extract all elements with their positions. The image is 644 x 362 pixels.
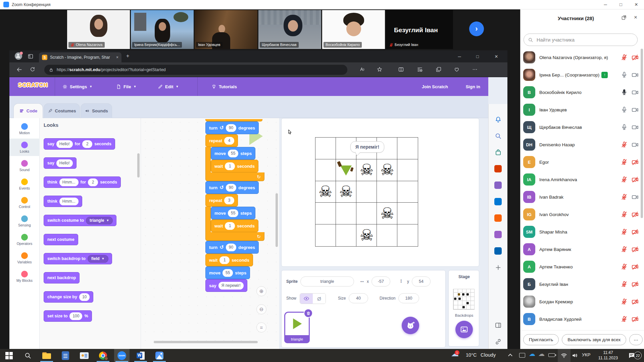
volume-icon[interactable]: [571, 352, 578, 359]
script-block[interactable]: wait1seconds: [205, 254, 253, 266]
sprite-thumbnail[interactable]: triangle: [284, 312, 310, 343]
palette-block[interactable]: switch costume totriangle ▼: [44, 215, 116, 226]
script-block[interactable]: turn↺90degrees: [205, 241, 259, 254]
browser-menu-icon[interactable]: [472, 66, 478, 72]
zoom-out-button[interactable]: ⊖: [256, 304, 266, 314]
script-block[interactable]: sayЯ переміг!: [205, 279, 247, 292]
taskbar-zoom-icon[interactable]: zoom: [114, 349, 130, 362]
participant-row[interactable]: AАртем Ткаченко: [523, 258, 639, 275]
address-bar[interactable]: https://scratch.mit.edu/projects/editor/…: [44, 65, 347, 75]
collections-icon[interactable]: [436, 66, 442, 72]
mic-off-icon[interactable]: [621, 211, 628, 218]
block-dropdown[interactable]: field ▼: [88, 255, 108, 263]
palette-block[interactable]: thinkHmm...: [44, 196, 82, 207]
block-number-input[interactable]: 2: [82, 140, 92, 148]
popout-icon[interactable]: [621, 15, 627, 20]
taskbar-search-icon[interactable]: [20, 349, 36, 362]
camera-on-icon[interactable]: [632, 124, 639, 131]
sidebar-bell-icon[interactable]: [493, 115, 503, 124]
next-videos-button[interactable]: ›: [469, 21, 484, 36]
sidebar-panel-icon[interactable]: [493, 320, 503, 330]
palette-block[interactable]: sayHello!: [44, 157, 77, 169]
back-icon[interactable]: [16, 66, 22, 73]
sidebar-category-operators[interactable]: Operators: [9, 231, 40, 248]
weather-temp[interactable]: 10°C: [466, 352, 477, 358]
taskbar-word-icon[interactable]: W: [133, 349, 148, 362]
zoom-reset-button[interactable]: =: [256, 322, 266, 332]
delete-sprite-button[interactable]: [304, 309, 313, 318]
participant-row[interactable]: Богдан Кремзер: [523, 293, 639, 310]
script-vscrollbar[interactable]: [276, 193, 278, 247]
script-block[interactable]: wait1seconds: [211, 219, 258, 232]
skull-sprite[interactable]: ☠: [318, 184, 332, 199]
block-text-input[interactable]: Hello!: [56, 159, 73, 167]
camera-on-icon[interactable]: [632, 106, 639, 113]
taskbar-photos-icon[interactable]: [152, 349, 167, 362]
video-tile[interactable]: Ірина Берник(Кардіффсь...: [131, 10, 194, 49]
settings-menu[interactable]: Settings▼: [59, 77, 96, 96]
video-tile[interactable]: Щербаков Вячеслав: [258, 10, 321, 49]
block-number-input[interactable]: 4: [224, 137, 234, 145]
palette-block[interactable]: next backdrop: [44, 272, 80, 283]
camera-off-icon[interactable]: [632, 228, 639, 236]
sign-in-link[interactable]: Sign in: [462, 77, 484, 96]
block-number-input[interactable]: 90: [226, 244, 236, 251]
block-text-input[interactable]: Я переміг!: [218, 282, 244, 290]
mic-off-icon[interactable]: [621, 246, 628, 253]
sidebar-category-looks[interactable]: Looks: [9, 139, 40, 156]
battery-icon[interactable]: [548, 353, 555, 357]
participant-row[interactable]: Olena Nazarova (Организатор, я): [523, 49, 639, 66]
video-tile[interactable]: Olena Nazarova: [67, 10, 130, 49]
camera-on-icon[interactable]: [632, 194, 639, 201]
camera-on-icon[interactable]: [632, 89, 639, 96]
repeat-block-header[interactable]: repeat3: [205, 194, 238, 207]
vertical-tabs-icon[interactable]: [28, 53, 34, 59]
participant-row[interactable]: ББезуглий Іван: [523, 275, 639, 293]
maximize-button[interactable]: □: [613, 0, 629, 9]
participants-scrollbar[interactable]: [641, 49, 643, 218]
skull-sprite[interactable]: ☠: [380, 162, 394, 177]
mic-off-icon[interactable]: [621, 316, 628, 322]
repeat-block-footer[interactable]: ↻: [205, 232, 264, 241]
block-number-input[interactable]: 1: [225, 222, 235, 230]
close-button[interactable]: ✕: [629, 0, 644, 9]
sprite-x-input[interactable]: [371, 276, 390, 287]
block-number-input[interactable]: 10: [79, 293, 90, 301]
browser-close-button[interactable]: ✕: [489, 50, 504, 62]
mic-off-icon[interactable]: [621, 298, 628, 305]
language-indicator[interactable]: УКР: [582, 352, 590, 357]
sidebar-games-icon[interactable]: [493, 246, 503, 256]
stage-backdrop-panel[interactable]: Stage Backdrops: [448, 270, 479, 347]
invite-button[interactable]: Пригласить: [523, 334, 559, 345]
taskbar-calculator-icon[interactable]: [58, 349, 73, 362]
camera-off-icon[interactable]: [632, 159, 639, 166]
weather-condition[interactable]: Cloudy: [481, 352, 496, 358]
favorites-bar-icon[interactable]: [417, 66, 423, 72]
sidebar-category-sound[interactable]: Sound: [9, 157, 40, 174]
palette-block[interactable]: next costume: [44, 234, 78, 245]
sidebar-office-icon[interactable]: [493, 164, 503, 173]
script-block[interactable]: move55steps: [205, 266, 250, 279]
sidebar-search-icon[interactable]: [493, 131, 503, 141]
sprite-name-input[interactable]: [300, 276, 354, 287]
sidebar-category-my-blocks[interactable]: My Blocks: [9, 268, 40, 285]
reload-icon[interactable]: [30, 66, 36, 72]
block-number-input[interactable]: 2: [88, 178, 98, 186]
participant-row[interactable]: AАртем Варяник: [523, 241, 639, 258]
skull-sprite[interactable]: ☠: [339, 184, 353, 199]
block-number-input[interactable]: 100: [69, 312, 82, 320]
camera-off-icon[interactable]: [632, 263, 639, 270]
participant-row[interactable]: IGIvan Gorokhov: [523, 206, 639, 223]
taskbar-presentation-icon[interactable]: [77, 349, 92, 362]
backdrop-thumbnail[interactable]: [453, 289, 475, 310]
scratch-logo[interactable]: SCRATCH: [18, 82, 48, 89]
minimize-button[interactable]: ─: [598, 0, 613, 9]
mic-on-icon[interactable]: [621, 124, 628, 131]
zoom-in-button[interactable]: ⊕: [256, 286, 266, 296]
block-text-input[interactable]: Hmm...: [59, 178, 79, 186]
mic-off-icon[interactable]: [621, 281, 628, 288]
mic-on-icon[interactable]: [621, 106, 628, 113]
hide-sprite-button[interactable]: Ø: [313, 294, 326, 304]
mic-off-icon[interactable]: [621, 176, 628, 183]
repeat-block-footer[interactable]: ↻: [205, 172, 264, 181]
